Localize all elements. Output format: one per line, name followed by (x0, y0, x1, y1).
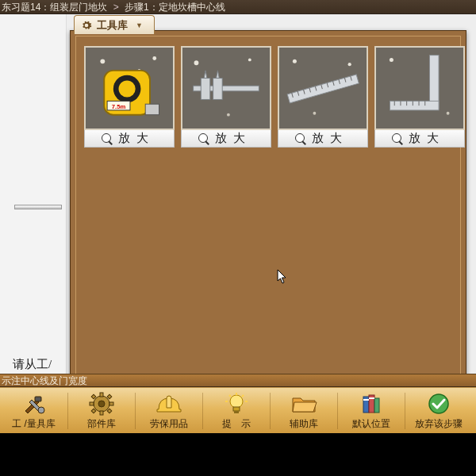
stage-ruler-graphic (14, 205, 62, 209)
svg-point-11 (194, 60, 199, 65)
svg-rect-67 (363, 399, 369, 401)
svg-line-63 (242, 395, 244, 397)
svg-rect-37 (390, 101, 439, 110)
hardhat-icon (155, 392, 182, 416)
gear-icon (81, 20, 92, 31)
svg-rect-55 (107, 409, 112, 413)
hammer-wrench-icon (21, 392, 48, 416)
stage-area: 请从工/ 工具库 ▼ (0, 14, 476, 374)
chevron-down-icon: ▼ (136, 21, 143, 29)
breadcrumb-sep: > (113, 2, 119, 13)
svg-point-56 (230, 395, 243, 408)
tool-thumb (278, 46, 368, 130)
zoom-label: 放大 (118, 131, 155, 146)
svg-point-1 (100, 59, 105, 63)
svg-rect-16 (213, 78, 223, 99)
folder-icon (290, 392, 317, 416)
task-text-bar: 示注中心线及门宽度 (0, 374, 476, 387)
toolbox-panel-inner: 7.5m 放大 (75, 36, 461, 380)
svg-rect-58 (234, 411, 239, 413)
magnifier-icon (198, 132, 210, 145)
breadcrumb-part2: 步骤1：定地坎槽中心线 (125, 2, 225, 13)
vernier-caliper-icon (182, 48, 270, 129)
svg-rect-44 (35, 397, 41, 401)
stage-left-gutter: 请从工/ (0, 14, 67, 374)
tool-item-tape-measure[interactable]: 7.5m 放大 (84, 46, 175, 148)
svg-rect-33 (376, 48, 463, 129)
svg-rect-50 (90, 402, 94, 405)
zoom-label: 放大 (312, 131, 348, 146)
svg-point-6 (119, 80, 136, 97)
toolbar-label: 工 /量具库 (12, 417, 56, 431)
check-circle-icon (425, 392, 452, 416)
toolbar-label: 辅助库 (290, 417, 318, 431)
lightbulb-icon (223, 392, 250, 416)
svg-point-47 (98, 401, 105, 407)
magnifier-icon (101, 132, 113, 145)
zoom-button[interactable]: 放大 (181, 130, 271, 148)
task-text: 示注中心线及门宽度 (2, 375, 87, 386)
svg-text:7.5m: 7.5m (112, 103, 126, 110)
svg-point-18 (293, 60, 297, 63)
svg-rect-9 (145, 104, 159, 114)
svg-point-34 (390, 58, 393, 62)
tape-measure-icon: 7.5m (86, 48, 173, 129)
toolbar-btn-abort[interactable]: 放弃该步骤 (405, 388, 472, 434)
tool-item-steel-ruler[interactable]: 放大 (278, 46, 368, 148)
zoom-button[interactable]: 放大 (84, 130, 175, 148)
zoom-label: 放大 (215, 131, 251, 146)
tool-item-vernier-caliper[interactable]: 放大 (181, 46, 271, 148)
svg-rect-68 (369, 397, 374, 399)
toolbar-btn-ppe[interactable]: 劳保用品 (135, 388, 202, 434)
breadcrumb-part1: 东习题14：组装层门地坎 (2, 2, 107, 13)
tool-thumb (181, 46, 271, 130)
svg-point-20 (313, 112, 316, 115)
stage-prompt-text: 请从工/ (13, 357, 52, 372)
bottom-toolbar: 工 /量具库 部件库 劳保用品 提 示 辅助库 默认位置 放弃该 (0, 387, 476, 433)
svg-rect-53 (107, 394, 112, 399)
toolbar-btn-aux[interactable]: 辅助库 (270, 388, 337, 434)
magnifier-icon (391, 132, 404, 145)
svg-point-12 (248, 58, 251, 61)
gear-large-icon (88, 392, 115, 416)
footer-blank (0, 433, 476, 476)
svg-point-13 (227, 113, 230, 117)
svg-point-2 (152, 56, 156, 60)
zoom-label: 放大 (409, 131, 445, 146)
tool-thumb (374, 46, 465, 130)
toolbar-label: 部件库 (87, 417, 116, 431)
magnifier-icon (294, 132, 307, 145)
toolbar-label: 默认位置 (352, 417, 390, 431)
svg-rect-51 (109, 402, 113, 405)
svg-point-35 (447, 112, 450, 115)
svg-line-62 (229, 395, 231, 397)
toolbox-tab-label: 工具库 (97, 18, 128, 33)
books-icon (358, 392, 385, 416)
svg-rect-54 (91, 409, 96, 413)
toolbox-row: 7.5m 放大 (76, 36, 460, 157)
toolbar-label: 提 示 (222, 417, 251, 431)
svg-point-19 (348, 63, 351, 66)
toolbar-label: 放弃该步骤 (415, 417, 463, 431)
svg-rect-57 (233, 407, 240, 411)
svg-rect-52 (91, 394, 96, 399)
svg-rect-48 (100, 393, 103, 397)
svg-rect-49 (100, 411, 103, 415)
toolbar-btn-parts[interactable]: 部件库 (67, 388, 135, 434)
svg-rect-15 (201, 78, 210, 99)
svg-point-45 (38, 407, 44, 413)
breadcrumb: 东习题14：组装层门地坎 > 步骤1：定地坎槽中心线 (0, 0, 476, 14)
steel-ruler-icon (279, 48, 367, 129)
toolbox-tab[interactable]: 工具库 ▼ (74, 15, 155, 34)
svg-rect-66 (374, 398, 379, 413)
toolbox-panel: 工具库 ▼ 7.5m (70, 30, 466, 386)
toolbar-btn-default-pos[interactable]: 默认位置 (337, 388, 405, 434)
tool-thumb: 7.5m (84, 46, 175, 130)
toolbar-btn-hint[interactable]: 提 示 (202, 388, 270, 434)
tool-item-carpenter-square[interactable]: 放大 (374, 46, 465, 148)
carpenter-square-icon (376, 48, 463, 129)
toolbar-btn-library[interactable]: 工 /量具库 (0, 388, 67, 434)
toolbar-label: 劳保用品 (150, 417, 188, 431)
zoom-button[interactable]: 放大 (278, 130, 368, 148)
zoom-button[interactable]: 放大 (374, 130, 465, 148)
